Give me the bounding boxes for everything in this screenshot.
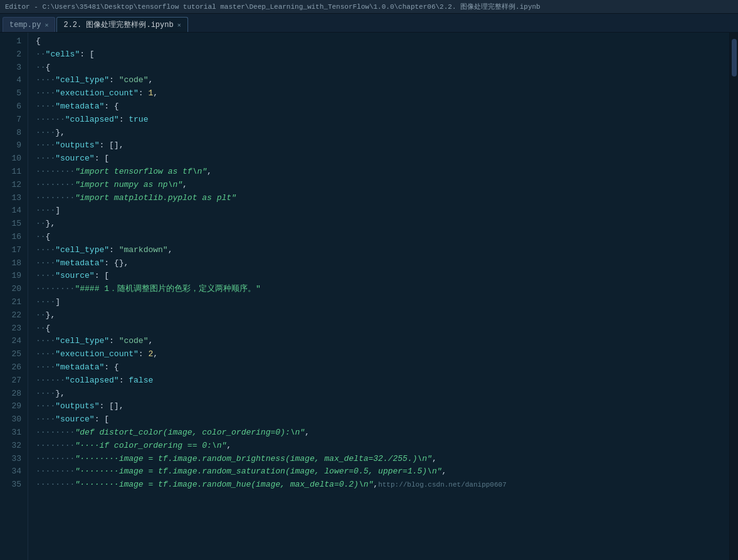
- code-line: ····"execution_count": 2,: [36, 348, 729, 361]
- line-number: 17: [0, 244, 21, 257]
- line-number: 12: [0, 179, 21, 192]
- line-number: 21: [0, 296, 21, 309]
- line-number: 8: [0, 127, 21, 140]
- code-line: ····"cell_type": "markdown",: [36, 244, 729, 257]
- line-number: 6: [0, 100, 21, 114]
- code-line: ····"source": [: [36, 413, 729, 426]
- code-line: ········"········image = tf.image.random…: [36, 465, 729, 478]
- code-line: ········"import numpy as np\n",: [36, 179, 729, 192]
- code-line: ··"cells": [: [36, 48, 729, 61]
- code-line: ········"····if color_ordering == 0:\n",: [36, 440, 729, 453]
- code-line: ········"import tensorflow as tf\n",: [36, 166, 729, 179]
- code-line: ········"import matplotlib.pyplot as plt…: [36, 192, 729, 205]
- line-number: 16: [0, 231, 21, 244]
- line-number: 30: [0, 413, 21, 426]
- code-line: ··},: [36, 218, 729, 231]
- code-line: ··{: [36, 322, 729, 335]
- line-numbers: 1234567891011121314151617181920212223242…: [0, 33, 28, 560]
- code-line: ····"metadata": {: [36, 100, 729, 114]
- code-line: ········"········image = tf.image.random…: [36, 453, 729, 466]
- scrollbar[interactable]: [729, 33, 738, 560]
- line-number: 32: [0, 440, 21, 453]
- scrollbar-thumb[interactable]: [732, 39, 737, 77]
- line-number: 19: [0, 270, 21, 283]
- line-number: 27: [0, 374, 21, 388]
- line-number: 23: [0, 322, 21, 335]
- code-line: ········"········image = tf.image.random…: [36, 478, 729, 492]
- code-line: {: [36, 35, 729, 48]
- code-line: ····"source": [: [36, 152, 729, 166]
- code-line: ····"outputs": [],: [36, 139, 729, 152]
- line-number: 25: [0, 348, 21, 361]
- line-number: 2: [0, 48, 21, 61]
- tab-label: temp.py: [9, 21, 41, 29]
- line-number: 11: [0, 166, 21, 179]
- code-line: ········"def distort_color(image, color_…: [36, 426, 729, 440]
- code-line: ······"collapsed": true: [36, 114, 729, 127]
- code-line: ··{: [36, 61, 729, 75]
- line-number: 3: [0, 61, 21, 75]
- code-line: ··{: [36, 231, 729, 244]
- tab-close-icon[interactable]: ✕: [45, 21, 48, 29]
- line-number: 28: [0, 388, 21, 401]
- code-line: ····]: [36, 204, 729, 218]
- title-bar: Editor - C:\Users\35481\Desktop\tensorfl…: [0, 0, 738, 14]
- line-number: 7: [0, 114, 21, 127]
- code-line: ····]: [36, 296, 729, 309]
- line-number: 1: [0, 35, 21, 48]
- line-number: 13: [0, 192, 21, 205]
- code-line: ····"cell_type": "code",: [36, 335, 729, 348]
- code-line: ········"#### 1．随机调整图片的色彩，定义两种顺序。": [36, 283, 729, 296]
- tab-close-icon[interactable]: ✕: [177, 21, 181, 29]
- code-line: ····"source": [: [36, 270, 729, 283]
- line-number: 18: [0, 257, 21, 270]
- line-number: 14: [0, 204, 21, 218]
- editor-area: 1234567891011121314151617181920212223242…: [0, 33, 738, 560]
- line-number: 10: [0, 152, 21, 166]
- line-number: 26: [0, 361, 21, 374]
- code-line: ····},: [36, 127, 729, 140]
- tab-bar: temp.py ✕ 2.2. 图像处理完整样例.ipynb ✕: [0, 14, 738, 33]
- line-number: 24: [0, 335, 21, 348]
- line-number: 9: [0, 139, 21, 152]
- line-number: 29: [0, 400, 21, 413]
- code-line: ··},: [36, 309, 729, 322]
- tab-label: 2.2. 图像处理完整样例.ipynb: [63, 19, 173, 30]
- line-number: 31: [0, 426, 21, 440]
- line-number: 22: [0, 309, 21, 322]
- tab-notebook[interactable]: 2.2. 图像处理完整样例.ipynb ✕: [56, 17, 187, 32]
- code-line: ····"outputs": [],: [36, 400, 729, 413]
- code-line: ····"execution_count": 1,: [36, 87, 729, 100]
- code-line: ····"metadata": {: [36, 361, 729, 374]
- code-content[interactable]: {··"cells": [··{····"cell_type": "code",…: [28, 33, 729, 560]
- code-line: ····},: [36, 388, 729, 401]
- tab-temp-py[interactable]: temp.py ✕: [3, 17, 55, 32]
- line-number: 35: [0, 478, 21, 492]
- code-line: ····"cell_type": "code",: [36, 74, 729, 87]
- line-number: 33: [0, 453, 21, 466]
- line-number: 20: [0, 283, 21, 296]
- line-number: 4: [0, 74, 21, 87]
- line-number: 5: [0, 87, 21, 100]
- code-line: ····"metadata": {},: [36, 257, 729, 270]
- title-text: Editor - C:\Users\35481\Desktop\tensorfl…: [5, 2, 540, 11]
- line-number: 15: [0, 218, 21, 231]
- line-number: 34: [0, 465, 21, 478]
- code-line: ······"collapsed": false: [36, 374, 729, 388]
